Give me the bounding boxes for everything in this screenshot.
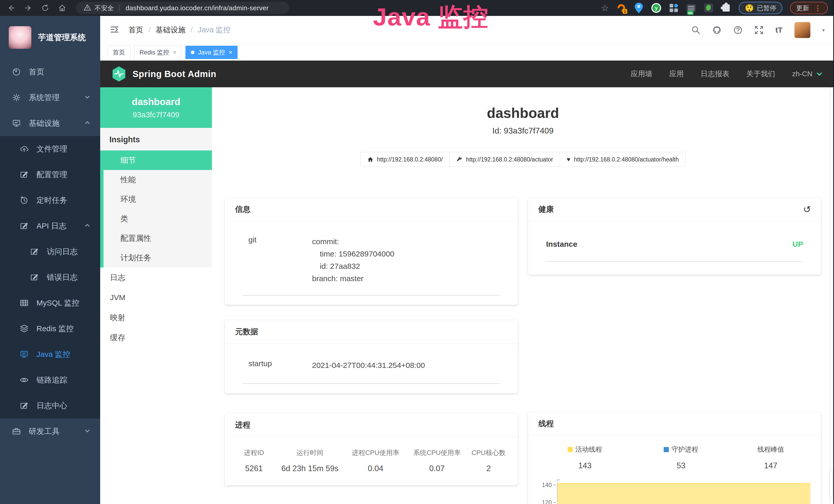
health-url-button[interactable]: ♥ http://192.168.0.2:48080/actuator/heal… — [560, 152, 685, 167]
sba-menu-caches[interactable]: 缓存 — [100, 328, 212, 348]
process-col-header: 运行时间 — [276, 448, 345, 457]
breadcrumb-home[interactable]: 首页 — [128, 25, 143, 35]
tag-java-monitor[interactable]: Java 监控 × — [185, 46, 238, 59]
breadcrumb: 首页 / 基础设施 / Java 监控 — [128, 25, 231, 35]
instance-header[interactable]: dashboard 93a3fc7f7409 — [100, 87, 212, 128]
process-col-header: 系统CPU使用率 — [407, 448, 467, 457]
spring-boot-admin-logo-icon — [111, 66, 126, 82]
sidebar-item-access-log[interactable]: 访问日志 — [0, 239, 100, 265]
fullscreen-icon[interactable] — [754, 25, 764, 35]
tags-view: 首页 Redis 监控 × Java 监控 × — [100, 44, 834, 61]
browser-home-icon[interactable] — [57, 3, 67, 13]
chevron-down-icon — [84, 93, 90, 102]
sba-menu-environment[interactable]: 环境 — [104, 189, 212, 209]
sba-menu-scheduled-tasks[interactable]: 计划任务 — [104, 248, 212, 268]
search-icon[interactable] — [691, 25, 700, 35]
sba-menu-logs[interactable]: 日志 — [100, 268, 212, 288]
not-secure-warning-icon — [84, 4, 91, 12]
history-icon[interactable]: ↺ — [803, 205, 811, 214]
browser-back-icon[interactable] — [6, 3, 17, 13]
extension-switchyomega-icon[interactable]: on — [686, 3, 696, 13]
sidebar-item-log-center[interactable]: 日志中心 — [0, 393, 100, 418]
sidebar-item-mysql-monitor[interactable]: MySQL 监控 — [0, 290, 100, 316]
sba-menu-config-props[interactable]: 配置属性 — [104, 229, 212, 248]
health-instance-label[interactable]: Instance — [546, 240, 577, 249]
process-col-header: 进程ID — [233, 448, 276, 457]
instance-details: dashboard Id: 93a3fc7f7409 http://192.16… — [212, 87, 834, 504]
bookmark-star-icon[interactable]: ☆ — [601, 3, 609, 13]
sba-nav-about[interactable]: 关于我们 — [746, 69, 775, 79]
extensions-puzzle-icon[interactable] — [721, 3, 731, 13]
scrollbar-thumb[interactable] — [830, 470, 833, 498]
browser-forward-icon[interactable] — [23, 3, 34, 13]
github-icon[interactable] — [712, 25, 722, 35]
close-icon[interactable]: × — [228, 49, 232, 56]
extension-grid-icon[interactable] — [669, 3, 679, 13]
process-col-header: 进程CPU使用率 — [345, 448, 407, 457]
breadcrumb-current: Java 监控 — [198, 25, 231, 35]
sidebar-item-home[interactable]: 首页 — [0, 59, 100, 85]
extension-colorzilla-icon[interactable]: 1 — [616, 3, 626, 13]
sba-navbar: Spring Boot Admin 应用墙 应用 日志报表 关于我们 zh-CN — [100, 61, 834, 87]
actuator-url-button[interactable]: http://192.168.0.2:48080/actuator — [449, 152, 560, 167]
sba-menu-jvm[interactable]: JVM — [100, 288, 212, 307]
extension-y-icon[interactable]: y — [651, 3, 661, 13]
sba-nav-applications[interactable]: 应用 — [670, 69, 684, 79]
sba-brand-title[interactable]: Spring Boot Admin — [133, 69, 216, 79]
user-menu-caret-icon[interactable]: ▾ — [822, 27, 825, 33]
sidebar-item-file-manage[interactable]: 文件管理 — [0, 136, 100, 162]
sidebar-item-dev-tools[interactable]: 研发工具 — [0, 418, 100, 444]
sidebar-item-api-log[interactable]: API 日志 — [0, 213, 100, 239]
sidebar-item-system[interactable]: 系统管理 — [0, 85, 100, 110]
sba-nav-wallboard[interactable]: 应用墙 — [631, 69, 652, 79]
breadcrumb-infrastructure[interactable]: 基础设施 — [156, 25, 185, 35]
sba-menu-metrics[interactable]: 性能 — [104, 170, 212, 189]
metadata-row-value: 2021-04-27T00:44:31.254+08:00 — [312, 359, 425, 371]
font-size-icon[interactable]: tT — [775, 26, 783, 35]
collapse-sidebar-icon[interactable] — [109, 24, 120, 36]
vertical-scrollbar[interactable] — [829, 87, 833, 504]
metadata-card-title: 元数据 — [235, 327, 258, 337]
sba-nav-journal[interactable]: 日志报表 — [701, 69, 729, 79]
sidebar-item-redis-monitor[interactable]: Redis 监控 — [0, 316, 100, 342]
service-url-button[interactable]: http://192.168.0.2:48080/ — [360, 152, 450, 167]
close-icon[interactable]: × — [173, 49, 176, 56]
sba-menu-classes[interactable]: 类 — [104, 209, 212, 229]
edit-icon — [19, 401, 30, 410]
page-url[interactable]: dashboard.yudao.iocoder.cn/infra/admin-s… — [126, 4, 269, 12]
info-card-title: 信息 — [235, 204, 250, 215]
live-threads-area-series — [557, 483, 810, 504]
daemon-threads-value: 53 — [634, 461, 728, 471]
process-col-header: CPU核心数 — [467, 448, 510, 457]
sidebar-item-error-log[interactable]: 错误日志 — [0, 265, 100, 290]
chevron-down-icon — [816, 71, 823, 77]
extension-leaf-icon[interactable] — [704, 3, 714, 13]
admin-sidebar: 芋道管理系统 首页 系统管理 基础设施 — [0, 16, 100, 504]
chrome-update-button[interactable]: 更新 ⋮ — [790, 2, 828, 14]
browser-menu-dots-icon[interactable]: ⋮ — [814, 4, 822, 12]
instance-url-group: http://192.168.0.2:48080/ http://192.168… — [360, 152, 686, 167]
info-row-label: git — [235, 235, 312, 285]
sidebar-item-scheduled-jobs[interactable]: 定时任务 — [0, 187, 100, 213]
instance-id: 93a3fc7f7409 — [103, 110, 209, 119]
browser-reload-icon[interactable] — [40, 3, 50, 13]
help-icon[interactable] — [733, 25, 743, 35]
address-bar[interactable]: 不安全 dashboard.yudao.iocoder.cn/infra/adm… — [76, 2, 289, 14]
sidebar-item-infrastructure[interactable]: 基础设施 — [0, 110, 100, 136]
sba-menu-mappings[interactable]: 映射 — [100, 307, 212, 328]
tag-home[interactable]: 首页 — [107, 46, 130, 59]
chevron-up-icon — [84, 222, 90, 230]
sidebar-item-java-monitor[interactable]: Java 监控 — [0, 342, 100, 367]
sba-menu-details[interactable]: 细节 — [104, 151, 212, 170]
profile-paused-chip[interactable]: 😲 已暂停 — [739, 2, 782, 14]
app-logo[interactable]: 芋道管理系统 — [0, 16, 100, 59]
sidebar-item-tracing[interactable]: 链路追踪 — [0, 367, 100, 393]
y-axis-tick: 140 — [536, 482, 552, 488]
sidebar-menu: 首页 系统管理 基础设施 文件管理 配置管理 — [0, 59, 100, 444]
chevron-up-icon — [84, 119, 90, 128]
sidebar-item-config-manage[interactable]: 配置管理 — [0, 162, 100, 187]
tag-redis-monitor[interactable]: Redis 监控 × — [134, 46, 182, 59]
user-avatar[interactable] — [794, 22, 810, 38]
language-selector[interactable]: zh-CN — [792, 70, 823, 78]
extension-pin-icon[interactable] — [634, 3, 644, 13]
